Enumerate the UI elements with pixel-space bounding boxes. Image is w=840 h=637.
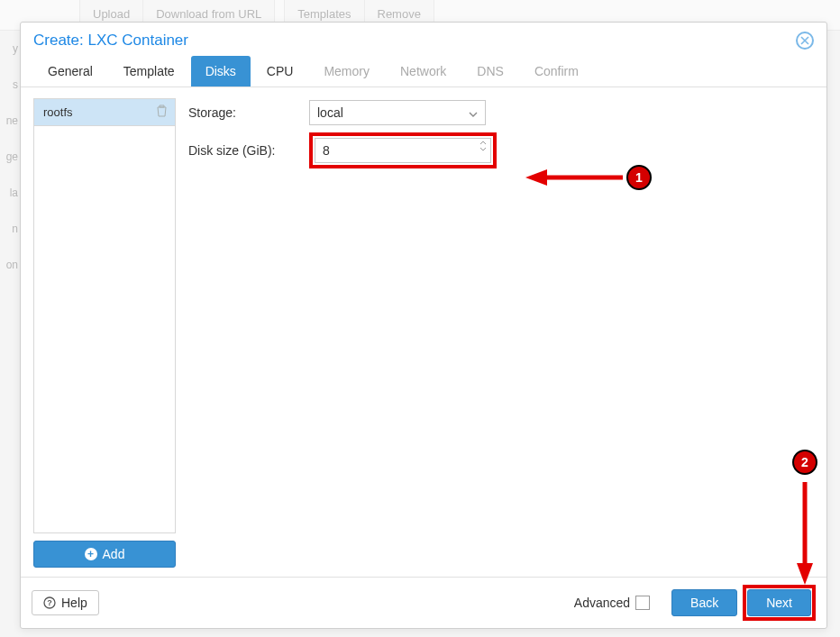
svg-text:?: ?: [47, 598, 52, 607]
tab-dns: DNS: [462, 56, 518, 86]
chevron-down-icon: [469, 105, 478, 120]
disk-list[interactable]: rootfs: [33, 98, 176, 533]
disk-form: Storage: local Disk size (GiB): 8: [188, 98, 814, 568]
tab-confirm: Confirm: [520, 56, 593, 86]
disksize-value: 8: [323, 143, 330, 158]
tab-cpu[interactable]: CPU: [252, 56, 308, 86]
help-icon: ?: [43, 596, 56, 609]
add-disk-button[interactable]: + Add: [33, 541, 176, 568]
advanced-label: Advanced: [574, 596, 630, 610]
storage-value: local: [317, 105, 343, 120]
add-button-label: Add: [103, 547, 125, 561]
disksize-input[interactable]: 8: [315, 138, 491, 163]
storage-label: Storage:: [188, 105, 309, 120]
disk-item-label: rootfs: [43, 105, 73, 119]
storage-select[interactable]: local: [309, 100, 486, 125]
help-button[interactable]: ? Help: [32, 590, 99, 615]
back-button[interactable]: Back: [671, 589, 737, 616]
close-button[interactable]: [796, 32, 814, 50]
next-button[interactable]: Next: [747, 589, 811, 616]
tab-general[interactable]: General: [33, 56, 107, 86]
disk-item-rootfs[interactable]: rootfs: [34, 99, 175, 126]
annotation-badge-2: 2: [792, 450, 817, 475]
trash-icon[interactable]: [156, 105, 168, 120]
help-label: Help: [61, 596, 87, 610]
tab-bar: General Template Disks CPU Memory Networ…: [21, 56, 826, 87]
annotation-highlight-2: Next: [743, 585, 816, 621]
annotation-highlight-1: 8: [309, 132, 497, 168]
disksize-label: Disk size (GiB):: [188, 143, 309, 158]
annotation-badge-1: 1: [626, 165, 652, 190]
dialog-title: Create: LXC Container: [33, 32, 188, 50]
background-sidebar: y s ne ge la n on: [0, 31, 20, 571]
tab-memory: Memory: [309, 56, 384, 86]
tab-template[interactable]: Template: [109, 56, 189, 86]
close-icon: [800, 36, 809, 45]
tab-disks[interactable]: Disks: [191, 56, 251, 86]
spinner-arrows-icon[interactable]: [479, 141, 487, 151]
advanced-checkbox[interactable]: [635, 596, 650, 610]
tab-network: Network: [386, 56, 461, 86]
plus-icon: +: [85, 548, 97, 560]
create-lxc-dialog: Create: LXC Container General Template D…: [20, 22, 827, 629]
